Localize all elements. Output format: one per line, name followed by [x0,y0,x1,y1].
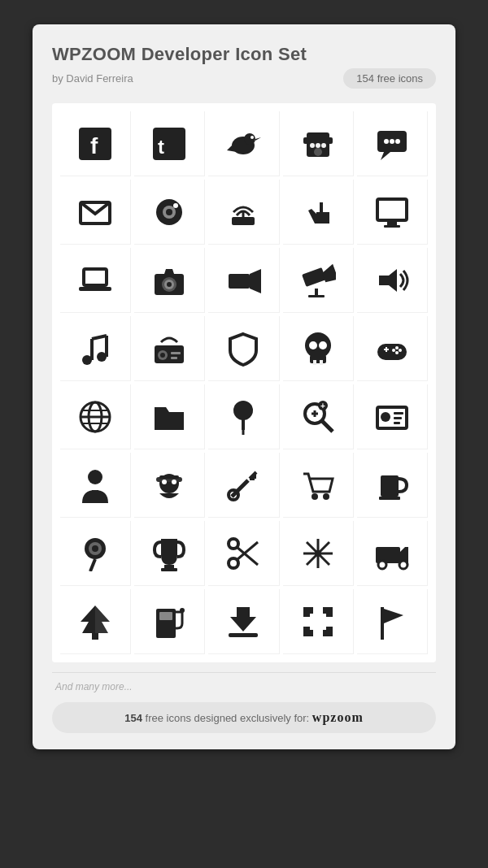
flag-icon[interactable] [357,589,428,654]
svg-rect-56 [313,360,316,365]
pointing-hand-icon[interactable] [283,180,354,245]
svg-marker-133 [384,609,403,623]
chat-icon[interactable] [357,111,428,176]
globe-icon[interactable] [60,384,131,449]
download-icon[interactable] [208,589,279,654]
trophy-icon[interactable] [134,521,205,586]
radio-icon[interactable] [134,316,205,381]
svg-rect-101 [379,497,400,500]
svg-rect-53 [171,357,177,359]
svg-point-12 [310,143,315,148]
gamepad-icon[interactable] [357,316,428,381]
svg-point-86 [88,470,102,484]
person-icon[interactable] [60,453,131,518]
shield-icon[interactable] [208,316,279,381]
scissors-icon[interactable] [208,521,279,586]
svg-rect-57 [320,360,323,365]
svg-rect-11 [307,132,329,139]
svg-point-63 [395,346,399,349]
security-camera-icon[interactable] [283,248,354,313]
svg-point-5 [244,133,255,145]
svg-point-104 [92,545,98,552]
svg-marker-17 [381,152,390,160]
tree-icon[interactable] [60,589,131,654]
harddrive-icon[interactable] [134,180,205,245]
svg-rect-60 [377,344,407,360]
wifi-router-icon[interactable] [208,180,279,245]
svg-rect-106 [164,565,174,568]
zoom-in-icon[interactable]: + [283,384,354,449]
footer-text: 154 free icons designed exclusively for:… [124,712,363,724]
svg-point-65 [395,351,399,354]
cart-icon[interactable] [283,453,354,518]
svg-rect-90 [159,475,179,479]
svg-rect-62 [386,347,387,352]
svg-point-51 [160,353,165,358]
svg-rect-100 [381,475,399,497]
svg-rect-52 [171,352,181,354]
svg-rect-83 [394,412,403,414]
svg-marker-121 [95,605,110,633]
gas-station-icon[interactable] [134,589,205,654]
detective-icon[interactable] [134,453,205,518]
svg-point-64 [399,349,402,352]
skull-icon[interactable] [283,316,354,381]
svg-rect-39 [302,267,326,287]
svg-rect-30 [384,225,400,228]
svg-marker-128 [303,607,313,617]
snowflake-icon[interactable] [283,521,354,586]
svg-point-54 [305,332,331,358]
svg-rect-31 [84,269,107,285]
svg-point-99 [323,493,329,500]
svg-point-58 [309,341,317,349]
svg-point-14 [321,143,326,148]
svg-point-125 [180,608,185,613]
svg-point-92 [172,480,176,484]
icon-count: 154 [124,712,142,724]
svg-rect-55 [310,355,326,363]
music-icon[interactable] [60,316,131,381]
svg-marker-131 [323,627,333,636]
tools-icon[interactable] [208,453,279,518]
author-text: by David Ferreira [52,72,133,85]
svg-point-18 [384,139,389,144]
more-text: And many more... [52,681,436,692]
svg-rect-87 [92,490,98,498]
laptop-icon[interactable] [60,248,131,313]
svg-text:t: t [158,136,164,158]
bird-icon[interactable] [208,111,279,176]
svg-rect-28 [377,199,407,220]
svg-point-19 [390,139,394,144]
telephone-icon[interactable] [283,111,354,176]
svg-point-91 [162,480,167,484]
monitor-icon[interactable] [357,180,428,245]
email-icon[interactable] [60,180,131,245]
cup-icon[interactable] [357,453,428,518]
svg-point-13 [316,143,320,148]
pin-icon[interactable] [208,384,279,449]
svg-marker-130 [303,627,313,636]
svg-marker-129 [323,607,333,617]
svg-line-48 [92,336,107,339]
svg-rect-29 [387,222,397,225]
video-camera-icon[interactable] [208,248,279,313]
svg-rect-32 [79,287,111,291]
brand-name: wpzoom [312,710,364,724]
truck-icon[interactable] [357,521,428,586]
twitter-icon[interactable]: t [134,111,205,176]
svg-rect-127 [229,633,258,637]
svg-rect-73 [242,419,245,430]
folder-icon[interactable] [134,384,205,449]
icon-count-badge: 154 free icons [343,68,436,89]
camera-icon[interactable] [134,248,205,313]
svg-rect-107 [161,568,177,571]
id-card-icon[interactable] [357,384,428,449]
volume-icon[interactable] [357,248,428,313]
footer-bar: 154 free icons designed exclusively for:… [52,702,436,733]
svg-point-6 [251,136,254,139]
svg-rect-84 [394,417,402,419]
facebook-icon[interactable]: f [60,111,131,176]
svg-point-82 [381,412,390,422]
compress-icon[interactable] [283,589,354,654]
lollipop-icon[interactable] [60,521,131,586]
